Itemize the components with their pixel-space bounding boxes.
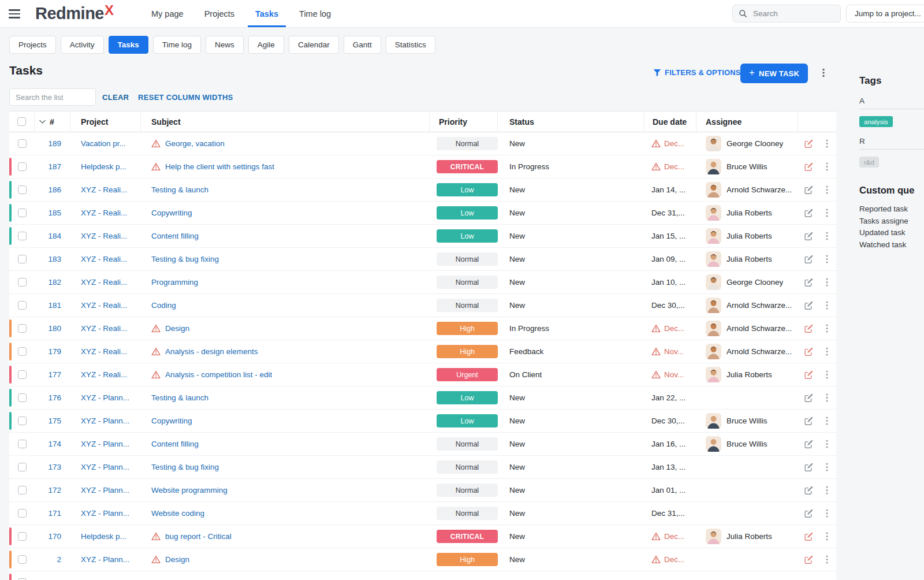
task-id-link[interactable]: 186 [48,185,61,194]
project-link[interactable]: XYZ - Plann... [81,463,129,471]
edit-icon[interactable] [804,185,814,195]
list-search-input[interactable] [9,88,96,106]
edit-icon[interactable] [804,208,814,218]
subject-link[interactable]: Analysis - design elements [165,347,258,356]
edit-icon[interactable] [804,139,814,148]
topnav-time-log[interactable]: Time log [292,0,338,27]
tab-agile[interactable]: Agile [248,36,284,54]
row-checkbox[interactable] [18,555,27,564]
subject-link[interactable]: Help the client with settings fast [165,162,274,171]
column-header-id[interactable]: # [50,117,54,127]
row-checkbox[interactable] [18,370,27,379]
edit-icon[interactable] [804,462,814,472]
row-checkbox[interactable] [18,347,27,356]
row-checkbox[interactable] [18,486,27,495]
tab-activity[interactable]: Activity [61,36,104,54]
task-id-link[interactable]: 170 [48,532,61,541]
tab-time-log[interactable]: Time log [153,36,201,54]
subject-link[interactable]: Testing & launch [151,185,208,194]
tab-tasks[interactable]: Tasks [109,36,148,54]
project-link[interactable]: XYZ - Plann... [81,393,129,402]
chevron-down-icon[interactable] [39,120,46,124]
task-id-link[interactable]: 180 [48,324,61,333]
project-link[interactable]: XYZ - Plann... [81,440,129,448]
topnav-tasks[interactable]: Tasks [248,0,286,27]
tab-calendar[interactable]: Calendar [289,36,339,54]
project-link[interactable]: Vacation pr... [81,139,126,148]
edit-icon[interactable] [804,162,814,172]
edit-icon[interactable] [804,300,814,310]
custom-query-watched-task[interactable]: Watched task [859,239,924,251]
row-kebab-menu-icon[interactable] [823,439,831,449]
task-id-link[interactable]: 185 [48,209,61,217]
custom-query-tasks-assigne[interactable]: Tasks assigne [859,215,924,228]
row-checkbox[interactable] [18,463,27,471]
hamburger-menu-icon[interactable] [9,0,24,28]
edit-icon[interactable] [804,347,814,356]
app-logo[interactable]: Redmine X [35,0,114,27]
column-header-subject[interactable]: Subject [149,117,181,127]
edit-icon[interactable] [804,324,814,333]
project-link[interactable]: XYZ - Reali... [81,209,127,217]
edit-icon[interactable] [804,254,814,264]
task-id-link[interactable]: 171 [48,509,61,518]
task-id-link[interactable]: 2 [57,555,61,564]
project-link[interactable]: XYZ - Plann... [81,509,129,518]
row-kebab-menu-icon[interactable] [823,231,831,241]
row-checkbox[interactable] [18,185,27,194]
task-id-link[interactable]: 184 [48,232,61,240]
tag-badge-r-d[interactable]: r&d [859,157,879,168]
task-id-link[interactable]: 187 [48,162,61,171]
project-link[interactable]: XYZ - Plann... [81,555,129,564]
row-checkbox[interactable] [18,232,27,240]
custom-query-updated-task[interactable]: Updated task [859,227,924,239]
task-id-link[interactable]: 177 [48,370,61,379]
row-checkbox[interactable] [18,393,27,402]
subject-link[interactable]: Coding [151,301,176,310]
tab-projects[interactable]: Projects [9,36,56,54]
task-id-link[interactable]: 182 [48,278,61,287]
column-header-due-date[interactable]: Due date [653,117,687,127]
edit-icon[interactable] [804,416,814,426]
new-task-button[interactable]: + NEW TASK [740,64,808,83]
subject-link[interactable]: Testing & launch [151,393,208,402]
subject-link[interactable]: Analysis - competition list - edit [165,370,272,379]
row-kebab-menu-icon[interactable] [823,300,831,310]
task-id-link[interactable]: 174 [48,440,61,448]
project-link[interactable]: XYZ - Reali... [81,301,127,310]
column-header-status[interactable]: Status [509,117,534,127]
page-kebab-menu-icon[interactable] [819,68,828,80]
row-kebab-menu-icon[interactable] [823,208,831,218]
row-kebab-menu-icon[interactable] [823,254,831,264]
project-link[interactable]: XYZ - Reali... [81,255,127,263]
row-checkbox[interactable] [18,324,27,333]
edit-icon[interactable] [804,555,814,564]
topnav-my-page[interactable]: My page [144,0,191,27]
tab-statistics[interactable]: Statistics [386,36,435,54]
jump-to-project-button[interactable]: Jump to a project... [846,5,924,23]
search-input[interactable] [752,9,827,18]
column-header-priority[interactable]: Priority [438,117,467,127]
reset-column-widths-button[interactable]: RESET COLUMN WIDTHS [138,93,233,102]
edit-icon[interactable] [804,508,814,518]
project-link[interactable]: Helpdesk p... [81,532,126,541]
edit-icon[interactable] [804,231,814,241]
row-kebab-menu-icon[interactable] [823,370,831,380]
project-link[interactable]: XYZ - Reali... [81,370,127,379]
clear-button[interactable]: CLEAR [102,93,129,102]
row-checkbox[interactable] [18,301,27,310]
project-link[interactable]: XYZ - Reali... [81,347,127,356]
subject-link[interactable]: Testing & bug fixing [151,255,219,263]
edit-icon[interactable] [804,370,814,380]
filters-options-button[interactable]: FILTERS & OPTIONS [653,68,741,77]
row-checkbox[interactable] [18,209,27,217]
task-id-link[interactable]: 189 [48,139,61,148]
row-checkbox[interactable] [18,417,27,425]
subject-link[interactable]: George, vacation [165,139,225,148]
row-kebab-menu-icon[interactable] [823,185,831,195]
project-link[interactable]: XYZ - Plann... [81,486,129,495]
subject-link[interactable]: Copywriting [151,209,192,217]
row-kebab-menu-icon[interactable] [823,393,831,403]
task-id-link[interactable]: 183 [48,255,61,263]
row-checkbox[interactable] [18,162,27,171]
